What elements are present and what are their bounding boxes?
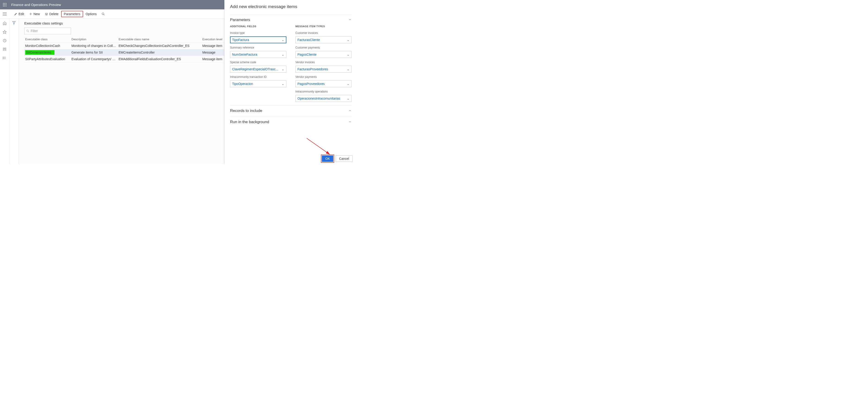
svg-point-29 — [3, 58, 3, 58]
chevron-down-icon: ⌄ — [347, 67, 349, 71]
parameters-label: Parameters — [64, 12, 80, 16]
svg-rect-7 — [4, 6, 5, 6]
customer-payments-label: Customer payments — [296, 46, 352, 49]
vendor-invoices-label: Vendor invoices — [296, 61, 352, 64]
hamburger-menu-icon[interactable] — [0, 9, 9, 19]
svg-rect-1 — [4, 3, 5, 4]
new-label: New — [33, 12, 40, 16]
delete-button[interactable]: Delete — [42, 11, 61, 17]
ok-button[interactable]: OK — [322, 155, 333, 162]
filter-input[interactable]: Filter — [24, 28, 71, 34]
section-parameters[interactable]: Parameters — [230, 18, 250, 22]
svg-line-19 — [104, 14, 104, 15]
summary-reference-label: Summary reference — [230, 46, 286, 49]
svg-rect-5 — [6, 4, 6, 5]
section-background[interactable]: Run in the background — [230, 120, 269, 124]
chevron-down-icon: ⌄ — [282, 67, 284, 71]
intracommunity-transaction-id-label: Intracommunity transaction ID — [230, 75, 286, 79]
col-description[interactable]: Description — [71, 37, 119, 41]
chevron-down-icon: ⌄ — [282, 38, 284, 42]
svg-rect-0 — [3, 3, 4, 4]
edit-button[interactable]: Edit — [12, 11, 27, 17]
summary-reference-combo[interactable]: NumSerieFactura ⌄ — [230, 51, 286, 58]
svg-point-32 — [27, 30, 29, 32]
chevron-up-icon[interactable] — [348, 18, 351, 22]
col-execution-level[interactable]: Execution level — [203, 37, 227, 41]
delete-label: Delete — [49, 12, 58, 16]
vendor-payments-combo[interactable]: PagosProveedores ⌄ — [296, 80, 352, 87]
invoice-type-label: Invoice type — [230, 31, 286, 35]
options-button[interactable]: Options — [83, 11, 99, 17]
chevron-down-icon: ⌄ — [347, 82, 349, 86]
chevron-down-icon: ⌄ — [347, 97, 349, 100]
vendor-payments-label: Vendor payments — [296, 75, 352, 79]
app-launcher[interactable] — [0, 0, 9, 9]
chevron-down-icon[interactable] — [348, 109, 351, 113]
customer-invoices-combo[interactable]: FacturasCliente ⌄ — [296, 36, 352, 43]
svg-line-34 — [307, 138, 330, 154]
svg-marker-20 — [3, 30, 6, 33]
svg-rect-23 — [5, 48, 6, 49]
svg-marker-31 — [12, 22, 16, 24]
svg-rect-2 — [6, 3, 6, 4]
cancel-button[interactable]: Cancel — [336, 155, 352, 162]
chevron-down-icon: ⌄ — [347, 38, 349, 42]
message-item-types-heading: MESSAGE ITEM TYPES — [296, 25, 352, 28]
svg-rect-8 — [6, 6, 6, 6]
annotation-arrow — [305, 137, 334, 158]
parameters-panel: Add new electronic message items Paramet… — [224, 0, 357, 164]
customer-payments-combo[interactable]: PagosCliente ⌄ — [296, 51, 352, 58]
parameters-button[interactable]: Parameters — [61, 11, 83, 17]
intracommunity-operations-label: Intracommunity operations — [296, 90, 352, 93]
filter-placeholder: Filter — [31, 29, 38, 33]
new-button[interactable]: New — [27, 11, 42, 17]
svg-point-30 — [3, 59, 3, 59]
chevron-down-icon: ⌄ — [282, 82, 284, 86]
options-label: Options — [86, 12, 97, 16]
home-icon[interactable] — [2, 21, 7, 25]
app-title: Finance and Operations Preview — [11, 3, 61, 7]
funnel-filter-icon[interactable] — [12, 21, 16, 164]
chevron-down-icon: ⌄ — [282, 53, 284, 56]
workspaces-icon[interactable] — [2, 47, 7, 52]
svg-point-18 — [102, 12, 104, 14]
col-executable-class[interactable]: Executable class — [24, 37, 71, 41]
favorites-icon[interactable] — [2, 30, 7, 34]
vendor-invoices-combo[interactable]: FacturasProveedores ⌄ — [296, 66, 352, 72]
col-executable-class-name[interactable]: Executable class name — [119, 37, 203, 41]
edit-label: Edit — [19, 12, 24, 16]
svg-rect-24 — [3, 50, 6, 51]
svg-line-33 — [28, 31, 29, 32]
recent-icon[interactable] — [2, 38, 7, 43]
special-scheme-code-label: Special scheme code — [230, 61, 286, 64]
invoice-type-combo[interactable]: TipoFactura ⌄ — [230, 36, 286, 43]
section-records[interactable]: Records to include — [230, 109, 262, 113]
special-scheme-code-combo[interactable]: ClaveRegimenEspecialOTrasc... ⌄ — [230, 66, 286, 72]
intracommunity-operations-combo[interactable]: OperacionesIntracomunitarias ⌄ — [296, 95, 352, 102]
chevron-down-icon[interactable] — [348, 120, 351, 124]
svg-rect-22 — [3, 48, 4, 49]
svg-rect-4 — [4, 4, 5, 5]
modules-icon[interactable] — [2, 56, 7, 60]
chevron-down-icon: ⌄ — [347, 53, 349, 56]
svg-rect-6 — [3, 6, 4, 6]
additional-fields-heading: ADDITIONAL FIELDS — [230, 25, 286, 28]
panel-title: Add new electronic message items — [230, 4, 351, 9]
svg-rect-3 — [3, 4, 4, 5]
customer-invoices-label: Customer invoices — [296, 31, 352, 35]
intracommunity-transaction-id-combo[interactable]: TipoOperacion ⌄ — [230, 80, 286, 87]
search-toolbar-button[interactable] — [99, 11, 107, 17]
svg-point-28 — [3, 57, 3, 57]
